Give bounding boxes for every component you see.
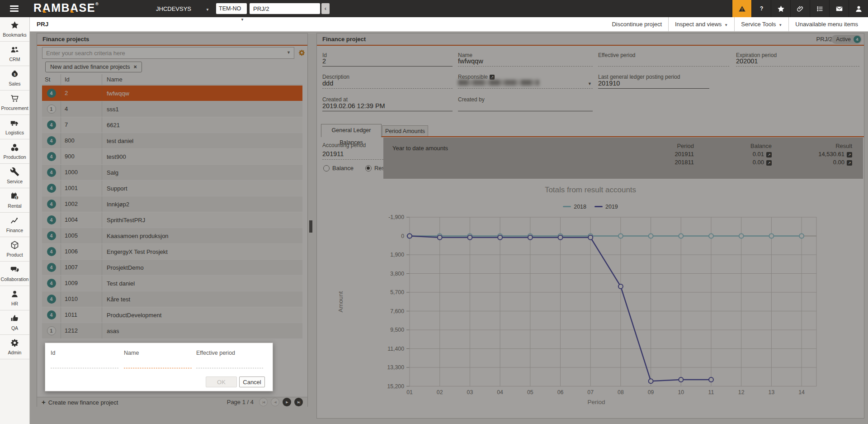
collaboration-icon [10, 268, 19, 276]
sidebar-item-rental[interactable]: $Rental [0, 188, 29, 213]
menu-bar: PRJ Discontinue projectInspect and views… [0, 17, 868, 32]
ok-button[interactable]: OK [206, 376, 237, 387]
sales-icon: $ [10, 72, 19, 80]
admin-icon [10, 341, 19, 349]
production-icon [10, 146, 19, 153]
sidebar-item-bookmarks[interactable]: Bookmarks [0, 17, 29, 42]
svg-text:?: ? [760, 5, 763, 12]
sidebar-item-crm[interactable]: CRM [0, 42, 29, 66]
sidebar: BookmarksCRM$SalesProcurementLogisticsPr… [0, 17, 30, 424]
sidebar-item-service[interactable]: Service [0, 164, 29, 188]
sidebar-item-logistics[interactable]: Logistics [0, 115, 29, 139]
product-icon [10, 243, 19, 251]
create-project-modal: Id Name Effective period OK Cancel [45, 343, 273, 391]
menubar-action-unavailable-menu-items[interactable]: Unavailable menu items [788, 17, 864, 31]
menubar-action-inspect-and-views[interactable]: Inspect and views▼ [668, 17, 734, 31]
sidebar-item-procurement[interactable]: Procurement [0, 91, 29, 115]
sidebar-item-finance[interactable]: Finance [0, 213, 29, 237]
locale-select[interactable]: TEM-NO▼ [216, 3, 247, 14]
sidebar-item-admin[interactable]: Admin [0, 335, 29, 359]
menubar-action-service-tools[interactable]: Service Tools▼ [734, 17, 788, 31]
crm-icon [10, 48, 19, 56]
favorites-icon[interactable] [771, 0, 790, 17]
procurement-icon [10, 97, 19, 105]
chevron-down-icon: ▼ [778, 23, 782, 27]
rental-icon: $ [10, 195, 19, 202]
svg-text:$: $ [16, 196, 18, 200]
top-bar: RAMBASE® JHCDEVSYS▼ TEM-NO▼ ‹ ? [0, 0, 868, 17]
chevron-down-icon: ▼ [206, 8, 209, 12]
main-area: Finance projects ▼ New and active financ… [30, 32, 868, 424]
logistics-icon [10, 121, 19, 129]
sidebar-item-product[interactable]: Product [0, 237, 29, 262]
service-icon [10, 170, 19, 178]
help-icon[interactable]: ? [751, 0, 771, 17]
hr-icon [10, 292, 19, 300]
alert-icon[interactable] [732, 0, 751, 17]
finance-icon [10, 219, 19, 227]
rambase-logo-text: RAMBASE® [33, 1, 99, 14]
sidebar-item-qa[interactable]: QA [0, 310, 29, 335]
qa-icon [10, 317, 19, 324]
search-back-button[interactable]: ‹ [321, 3, 330, 14]
sidebar-item-production[interactable]: Production [0, 139, 29, 164]
modal-field-name[interactable]: Name [124, 348, 192, 368]
menubar-action-discontinue-project[interactable]: Discontinue project [605, 17, 668, 31]
page-title: PRJ [37, 17, 48, 31]
topbar-icon-strip: ? [732, 0, 868, 17]
hamburger-menu-icon[interactable] [10, 5, 19, 12]
sidebar-item-collaboration[interactable]: Collaboration [0, 262, 29, 286]
sidebar-item-hr[interactable]: HR [0, 286, 29, 310]
system-switcher[interactable]: JHCDEVSYS▼ [156, 5, 209, 12]
user-icon[interactable] [849, 0, 868, 17]
rambase-logo: RAMBASE® [33, 1, 99, 14]
modal-field-id[interactable]: Id [51, 348, 118, 368]
rambase-app: RAMBASE® JHCDEVSYS▼ TEM-NO▼ ‹ ? PRJ Disc… [0, 0, 868, 424]
modal-field-effective-period[interactable]: Effective period [196, 348, 263, 368]
sidebar-item-sales[interactable]: $Sales [0, 66, 29, 91]
menubar-actions: Discontinue projectInspect and views▼Ser… [605, 17, 864, 31]
attachment-icon[interactable] [790, 0, 810, 17]
cancel-button[interactable]: Cancel [239, 376, 265, 387]
tasks-icon[interactable] [810, 0, 829, 17]
mail-icon[interactable] [829, 0, 849, 17]
bookmarks-icon [10, 24, 19, 31]
chevron-down-icon: ▼ [241, 14, 244, 25]
chevron-down-icon: ▼ [724, 23, 728, 27]
global-search-input[interactable] [250, 3, 320, 14]
